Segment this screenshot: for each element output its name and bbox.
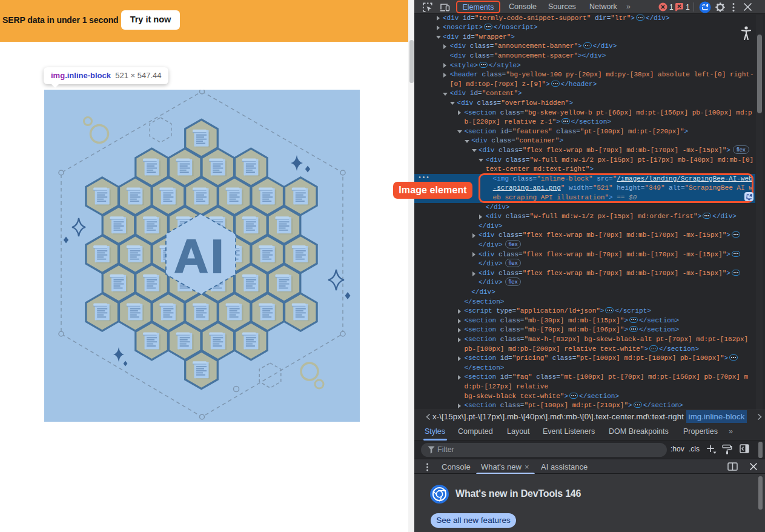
svg-text:AI: AI bbox=[174, 230, 227, 283]
